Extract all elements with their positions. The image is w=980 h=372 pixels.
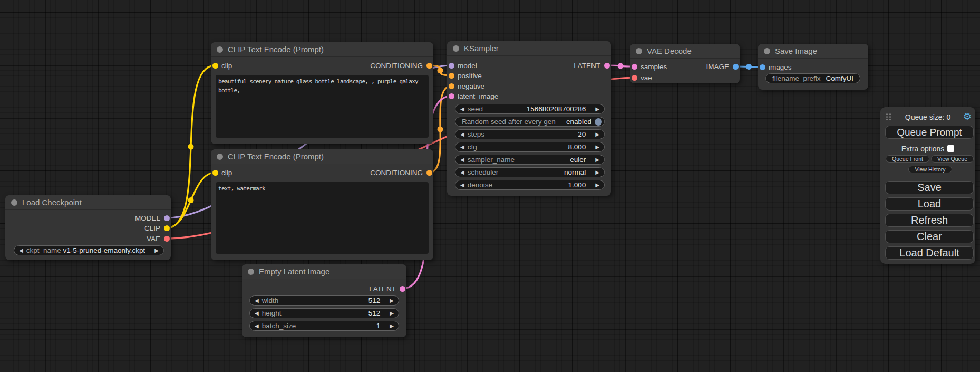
widget-label: Random seed after every gen bbox=[455, 118, 556, 126]
widget-increment-icon[interactable]: ▶ bbox=[592, 131, 604, 137]
widget-increment-icon[interactable]: ▶ bbox=[592, 144, 604, 150]
widget-Random-seed-after-every-gen[interactable]: Random seed after every genenabled bbox=[455, 117, 605, 127]
node-collapse-dot[interactable] bbox=[636, 48, 642, 54]
node-title-bar[interactable]: Empty Latent Image bbox=[242, 264, 406, 279]
input-port-negative-icon[interactable] bbox=[449, 83, 454, 89]
output-port-CLIP-icon[interactable] bbox=[164, 225, 170, 231]
extra-options-checkbox[interactable] bbox=[947, 145, 954, 152]
widget-ckpt_name[interactable]: ◀ckpt_namev1-5-pruned-emaonly.ckpt▶ bbox=[14, 245, 164, 255]
widget-steps[interactable]: ◀steps20▶ bbox=[455, 129, 605, 139]
output-port-label: CONDITIONING bbox=[370, 169, 423, 177]
load-default-button[interactable]: Load Default bbox=[885, 246, 974, 260]
node-clip-text-encode-positive[interactable]: CLIP Text Encode (Prompt)clipCONDITIONIN… bbox=[211, 42, 433, 144]
node-collapse-dot[interactable] bbox=[764, 48, 770, 54]
node-title-bar[interactable]: KSampler bbox=[447, 41, 611, 56]
link-midpoint-dot[interactable] bbox=[188, 144, 194, 150]
output-port-IMAGE-icon[interactable] bbox=[733, 64, 739, 70]
node-title-bar[interactable]: VAE Decode bbox=[630, 44, 740, 59]
queue-panel: Queue size: 0 ⚙ Queue Prompt Extra optio… bbox=[880, 107, 975, 264]
output-port-LATENT-icon[interactable] bbox=[604, 63, 610, 69]
widget-increment-icon[interactable]: ▶ bbox=[592, 157, 604, 163]
input-port-positive-icon[interactable] bbox=[449, 73, 454, 79]
input-port-model-icon[interactable] bbox=[449, 63, 454, 69]
widget-increment-icon[interactable]: ▶ bbox=[386, 298, 399, 303]
node-collapse-dot[interactable] bbox=[11, 199, 17, 206]
widget-decrement-icon[interactable]: ◀ bbox=[455, 106, 468, 112]
input-port-images-icon[interactable] bbox=[760, 64, 765, 70]
widget-width[interactable]: ◀width512▶ bbox=[249, 295, 399, 306]
toggle-indicator-icon[interactable] bbox=[595, 118, 602, 126]
widget-increment-icon[interactable]: ▶ bbox=[592, 106, 604, 112]
link-midpoint-dot[interactable] bbox=[438, 127, 443, 132]
node-title-bar[interactable]: Save Image bbox=[758, 44, 868, 59]
widget-label: scheduler bbox=[468, 168, 499, 176]
widget-decrement-icon[interactable]: ◀ bbox=[250, 323, 262, 329]
load-button[interactable]: Load bbox=[885, 197, 974, 211]
view-history-button[interactable]: View History bbox=[908, 166, 952, 173]
input-port-vae-icon[interactable] bbox=[632, 75, 637, 81]
node-collapse-dot[interactable] bbox=[453, 45, 459, 52]
node-ksampler[interactable]: KSamplermodelpositivenegativelatent_imag… bbox=[447, 41, 611, 196]
widget-decrement-icon[interactable]: ◀ bbox=[455, 144, 468, 150]
output-port-label: LATENT bbox=[574, 62, 600, 70]
node-collapse-dot[interactable] bbox=[217, 154, 223, 160]
widget-label: denoise bbox=[468, 181, 492, 189]
widget-increment-icon[interactable]: ▶ bbox=[386, 323, 399, 329]
widget-seed[interactable]: ◀seed156680208700286▶ bbox=[455, 104, 605, 114]
widget-decrement-icon[interactable]: ◀ bbox=[455, 182, 468, 188]
input-port-latent_image-icon[interactable] bbox=[449, 93, 454, 99]
link-midpoint-dot[interactable] bbox=[188, 197, 194, 203]
widget-decrement-icon[interactable]: ◀ bbox=[455, 131, 468, 137]
widget-decrement-icon[interactable]: ◀ bbox=[250, 298, 262, 303]
widget-cfg[interactable]: ◀cfg8.000▶ bbox=[455, 142, 605, 152]
widget-increment-icon[interactable]: ▶ bbox=[386, 310, 399, 316]
widget-height[interactable]: ◀height512▶ bbox=[249, 308, 399, 318]
queue-front-button[interactable]: Queue Front bbox=[886, 155, 929, 163]
output-port-VAE-icon[interactable] bbox=[164, 236, 170, 242]
node-title: VAE Decode bbox=[647, 46, 692, 55]
input-port-clip-icon[interactable] bbox=[212, 63, 218, 69]
input-port-samples-icon[interactable] bbox=[632, 64, 637, 70]
node-clip-text-encode-negative[interactable]: CLIP Text Encode (Prompt)clipCONDITIONIN… bbox=[211, 149, 433, 260]
widget-decrement-icon[interactable]: ◀ bbox=[250, 310, 262, 316]
widget-decrement-icon[interactable]: ◀ bbox=[455, 157, 468, 163]
widget-denoise[interactable]: ◀denoise1.000▶ bbox=[455, 180, 605, 190]
link-midpoint-dot[interactable] bbox=[618, 63, 624, 69]
prompt-textarea[interactable]: beautiful scenery nature glass bottle la… bbox=[216, 75, 429, 138]
node-vae-decode[interactable]: VAE DecodesamplesvaeIMAGE bbox=[630, 44, 740, 83]
node-title-bar[interactable]: Load Checkpoint bbox=[5, 195, 171, 210]
widget-decrement-icon[interactable]: ◀ bbox=[455, 169, 468, 175]
widget-increment-icon[interactable]: ▶ bbox=[151, 247, 163, 253]
widget-increment-icon[interactable]: ▶ bbox=[592, 182, 604, 188]
widget-filename_prefix[interactable]: filename_prefixComfyUI bbox=[765, 73, 860, 83]
node-collapse-dot[interactable] bbox=[217, 46, 223, 53]
widget-label: sampler_name bbox=[468, 156, 515, 164]
node-save-image[interactable]: Save Imageimagesfilename_prefixComfyUI bbox=[758, 44, 868, 90]
input-port-clip-icon[interactable] bbox=[212, 170, 218, 176]
link-midpoint-dot[interactable] bbox=[746, 64, 752, 70]
input-port-label: vae bbox=[641, 74, 652, 82]
queue-prompt-button[interactable]: Queue Prompt bbox=[885, 126, 974, 139]
link-midpoint-dot[interactable] bbox=[438, 68, 443, 73]
output-port-CONDITIONING-icon[interactable] bbox=[426, 170, 432, 176]
node-load-checkpoint[interactable]: Load CheckpointMODELCLIPVAE◀ckpt_namev1-… bbox=[5, 195, 171, 260]
widget-batch_size[interactable]: ◀batch_size1▶ bbox=[249, 321, 399, 331]
node-collapse-dot[interactable] bbox=[248, 269, 254, 275]
view-queue-button[interactable]: View Queue bbox=[931, 155, 974, 163]
settings-gear-icon[interactable]: ⚙ bbox=[963, 112, 972, 121]
node-title-bar[interactable]: CLIP Text Encode (Prompt) bbox=[211, 42, 433, 57]
widget-scheduler[interactable]: ◀schedulernormal▶ bbox=[455, 167, 605, 177]
widget-decrement-icon[interactable]: ◀ bbox=[14, 247, 26, 253]
node-title-bar[interactable]: CLIP Text Encode (Prompt) bbox=[211, 149, 433, 164]
save-button[interactable]: Save bbox=[885, 181, 974, 194]
widget-increment-icon[interactable]: ▶ bbox=[592, 169, 604, 175]
output-port-CONDITIONING-icon[interactable] bbox=[426, 63, 432, 69]
node-empty-latent-image[interactable]: Empty Latent ImageLATENT◀width512▶◀heigh… bbox=[242, 264, 406, 337]
output-port-LATENT-icon[interactable] bbox=[400, 286, 405, 292]
input-port-label: positive bbox=[458, 72, 482, 80]
prompt-textarea[interactable]: text, watermark bbox=[216, 182, 429, 254]
refresh-button[interactable]: Refresh bbox=[885, 214, 974, 227]
widget-sampler_name[interactable]: ◀sampler_nameeuler▶ bbox=[455, 155, 605, 165]
clear-button[interactable]: Clear bbox=[885, 230, 974, 243]
output-port-MODEL-icon[interactable] bbox=[164, 215, 170, 221]
